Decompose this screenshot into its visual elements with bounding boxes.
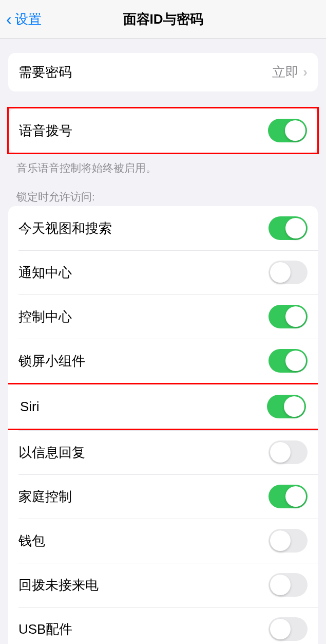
chevron-right-icon: › [303, 64, 308, 80]
lock-access-row: 锁屏小组件 [8, 339, 318, 383]
toggle-knob [285, 486, 306, 507]
lock-access-label: 锁屏小组件 [18, 352, 85, 370]
lock-access-row: 今天视图和搜索 [8, 206, 318, 250]
lock-access-toggle[interactable] [269, 440, 308, 464]
lock-access-row: 钱包 [8, 519, 318, 563]
require-passcode-value: 立即 [272, 63, 299, 81]
lock-access-header: 锁定时允许访问: [0, 175, 326, 206]
toggle-knob [270, 575, 291, 595]
toggle-knob [270, 262, 291, 283]
lock-access-row: 以信息回复 [8, 430, 318, 474]
lock-access-toggle[interactable] [269, 261, 308, 284]
toggle-knob [285, 351, 306, 371]
lock-access-toggle[interactable] [269, 529, 308, 553]
lock-access-row: 通知中心 [8, 250, 318, 295]
toggle-knob [285, 218, 306, 238]
toggle-knob [285, 306, 306, 327]
lock-access-toggle[interactable] [269, 305, 308, 328]
lock-access-row: 家庭控制 [8, 474, 318, 519]
lock-access-label: 控制中心 [18, 308, 72, 326]
toggle-knob [270, 530, 291, 551]
lock-access-row: 回拨未接来电 [8, 563, 318, 607]
lock-access-label: USB配件 [18, 620, 72, 638]
voice-dial-row: 语音拨号 [9, 108, 317, 153]
back-label: 设置 [15, 10, 42, 28]
nav-header: ‹ 设置 面容ID与密码 [0, 0, 326, 39]
back-button[interactable]: ‹ 设置 [0, 10, 42, 29]
voice-dial-footer: 音乐语音控制将始终被启用。 [0, 154, 326, 175]
lock-access-label: 以信息回复 [18, 444, 85, 462]
voice-dial-toggle[interactable] [268, 119, 307, 142]
lock-access-toggle[interactable] [267, 395, 306, 418]
toggle-knob [285, 120, 305, 141]
lock-access-toggle[interactable] [269, 349, 308, 373]
lock-access-row: USB配件 [8, 607, 318, 644]
lock-access-toggle[interactable] [269, 573, 308, 597]
lock-access-label: 家庭控制 [18, 488, 72, 506]
require-passcode-label: 需要密码 [18, 63, 72, 81]
toggle-knob [284, 396, 304, 417]
content: 需要密码 立即 › 语音拨号 音乐语音控制将始终被启用。 锁定时允许访问: 今天… [0, 53, 326, 644]
lock-access-toggle[interactable] [269, 617, 308, 641]
lock-access-toggle[interactable] [269, 216, 308, 240]
chevron-left-icon: ‹ [6, 10, 12, 29]
toggle-knob [270, 442, 291, 463]
lock-access-row: Siri [8, 384, 318, 429]
voice-dial-group: 语音拨号 [9, 108, 317, 153]
lock-access-label: 钱包 [18, 532, 45, 550]
voice-dial-label: 语音拨号 [19, 122, 72, 140]
siri-highlight: Siri [8, 383, 318, 430]
require-passcode-value-wrap: 立即 › [272, 63, 308, 81]
page-title: 面容ID与密码 [123, 10, 203, 28]
lock-access-label: 今天视图和搜索 [18, 219, 112, 237]
lock-access-group: 今天视图和搜索通知中心控制中心锁屏小组件Siri以信息回复家庭控制钱包回拨未接来… [8, 206, 318, 644]
toggle-knob [270, 619, 291, 639]
require-passcode-row[interactable]: 需要密码 立即 › [8, 53, 318, 91]
lock-access-label: 回拨未接来电 [18, 576, 99, 594]
passcode-group: 需要密码 立即 › [8, 53, 318, 91]
lock-access-toggle[interactable] [269, 485, 308, 508]
voice-dial-highlight: 语音拨号 [7, 107, 319, 154]
lock-access-row: 控制中心 [8, 295, 318, 339]
lock-access-label: 通知中心 [18, 264, 72, 282]
lock-access-label: Siri [20, 399, 40, 415]
